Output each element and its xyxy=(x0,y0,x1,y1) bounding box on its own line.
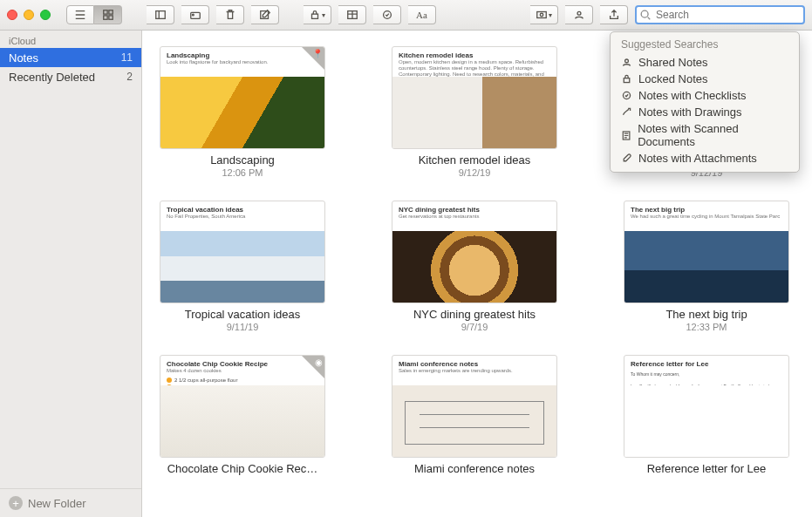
svg-rect-2 xyxy=(103,16,106,19)
share-button[interactable] xyxy=(600,5,628,24)
svg-rect-3 xyxy=(108,16,112,19)
svg-rect-16 xyxy=(624,78,630,83)
suggestion-label: Notes with Attachments xyxy=(638,152,757,165)
note-date: 12:06 PM xyxy=(160,167,325,178)
svg-rect-11 xyxy=(537,12,547,18)
note-title: Kitchen remodel ideas xyxy=(392,153,557,167)
thumb-subtitle: Look into flagstone for backyard renovat… xyxy=(160,59,324,68)
note-card[interactable]: Miami conference notesSales in emerging … xyxy=(392,355,557,475)
thumb-photo xyxy=(160,77,324,148)
format-button[interactable]: Aa xyxy=(408,5,436,24)
view-segmented-control xyxy=(66,5,122,24)
svg-point-14 xyxy=(641,10,648,17)
note-title: NYC dining greatest hits xyxy=(392,308,557,321)
attachments-button[interactable] xyxy=(181,5,209,24)
note-date: 12:33 PM xyxy=(624,322,789,332)
suggestion-item[interactable]: Notes with Scanned Documents xyxy=(611,120,799,150)
suggestion-item[interactable]: Locked Notes xyxy=(611,71,799,87)
new-note-button[interactable] xyxy=(251,5,279,24)
note-card[interactable]: Reference letter for LeeTo Whom it may c… xyxy=(624,355,789,475)
suggestion-icon xyxy=(621,153,632,164)
suggestion-label: Notes with Drawings xyxy=(638,105,742,119)
sidebar-item-notes[interactable]: Notes 11 xyxy=(0,48,141,67)
note-title: Reference letter for Lee xyxy=(624,462,789,475)
titlebar: ▾ Aa ▾ xyxy=(0,0,812,31)
thumb-photo xyxy=(392,385,556,457)
gallery-view-button[interactable] xyxy=(94,5,122,24)
suggestion-item[interactable]: Shared Notes xyxy=(611,54,799,71)
sidebar: iCloud Notes 11 Recently Deleted 2 + New… xyxy=(0,31,142,517)
list-view-button[interactable] xyxy=(66,5,94,24)
sidebar-item-recently-deleted[interactable]: Recently Deleted 2 xyxy=(0,67,141,86)
sidebar-item-count: 2 xyxy=(126,71,133,83)
collaborate-button[interactable] xyxy=(565,5,593,24)
note-card[interactable]: Chocolate Chip Cookie RecipeMakes 4 doze… xyxy=(160,355,325,475)
window-controls xyxy=(7,10,51,20)
thumb-subtitle: Get reservations at top restaurants xyxy=(392,214,556,222)
sidebar-section-header: iCloud xyxy=(0,31,141,48)
sidebar-item-label: Notes xyxy=(9,51,38,65)
zoom-window-button[interactable] xyxy=(40,10,51,20)
toggle-sidebar-button[interactable] xyxy=(147,5,174,24)
thumb-photo xyxy=(624,385,788,457)
thumb-subtitle: Makes 4 dozen cookies xyxy=(160,368,324,377)
thumb-title: Reference letter for Lee xyxy=(624,356,788,368)
suggestion-icon xyxy=(621,106,632,118)
thumb-photo xyxy=(624,231,788,303)
plus-icon: + xyxy=(9,496,23,510)
minimize-window-button[interactable] xyxy=(24,10,34,20)
suggestion-label: Notes with Scanned Documents xyxy=(638,122,788,148)
note-actions xyxy=(147,5,174,24)
svg-rect-8 xyxy=(312,14,318,18)
note-thumbnail: NYC dining greatest hitsGet reservations… xyxy=(392,201,557,303)
note-date: 9/12/19 xyxy=(392,167,557,178)
suggestion-icon xyxy=(621,57,632,68)
suggestion-icon xyxy=(621,90,632,101)
note-thumbnail: Chocolate Chip Cookie RecipeMakes 4 doze… xyxy=(160,355,325,458)
table-button[interactable] xyxy=(338,5,366,24)
thumb-photo xyxy=(392,77,556,148)
thumb-title: Tropical vacation ideas xyxy=(160,201,324,214)
suggestion-item[interactable]: Notes with Drawings xyxy=(611,104,799,120)
close-window-button[interactable] xyxy=(7,10,17,20)
search-input[interactable] xyxy=(635,5,805,24)
note-card[interactable]: Kitchen remodel ideasOpen, modern kitche… xyxy=(392,46,557,178)
thumb-title: Kitchen remodel ideas xyxy=(392,47,556,59)
svg-point-6 xyxy=(192,14,194,16)
thumb-title: Landscaping xyxy=(160,47,324,59)
new-folder-label: New Folder xyxy=(28,497,85,510)
thumb-subtitle: No Fail Properties, South America xyxy=(160,214,324,222)
thumb-title: Chocolate Chip Cookie Recipe xyxy=(160,356,324,368)
suggestion-item[interactable]: Notes with Attachments xyxy=(611,150,799,167)
thumb-subtitle: We had such a great time cycling in Moun… xyxy=(624,214,788,222)
note-card[interactable]: Tropical vacation ideasNo Fail Propertie… xyxy=(160,201,325,332)
suggestion-item[interactable]: Notes with Checklists xyxy=(611,87,799,104)
note-title: Tropical vacation ideas xyxy=(160,308,325,321)
note-card[interactable]: LandscapingLook into flagstone for backy… xyxy=(160,46,325,178)
media-button[interactable]: ▾ xyxy=(530,5,558,24)
note-card[interactable]: The next big tripWe had such a great tim… xyxy=(624,201,789,332)
new-folder-button[interactable]: + New Folder xyxy=(0,488,141,517)
delete-note-button[interactable] xyxy=(216,5,244,24)
thumb-photo xyxy=(160,231,324,303)
suggestion-label: Notes with Checklists xyxy=(638,89,747,102)
svg-point-12 xyxy=(540,13,543,17)
thumb-title: Miami conference notes xyxy=(392,356,556,368)
lock-button[interactable]: ▾ xyxy=(304,5,331,24)
note-title: Miami conference notes xyxy=(392,462,557,475)
thumb-title: NYC dining greatest hits xyxy=(392,201,556,214)
note-date: 9/7/19 xyxy=(392,322,557,332)
thumb-subtitle: Sales in emerging markets are trending u… xyxy=(392,368,556,377)
checklist-button[interactable] xyxy=(373,5,401,24)
sidebar-item-label: Recently Deleted xyxy=(9,71,95,84)
search-icon xyxy=(639,9,652,21)
note-thumbnail: Miami conference notesSales in emerging … xyxy=(392,355,557,458)
suggestion-label: Locked Notes xyxy=(638,72,708,85)
sidebar-item-count: 11 xyxy=(121,51,133,64)
note-title: The next big trip xyxy=(624,308,789,321)
thumb-title: The next big trip xyxy=(624,201,788,214)
note-card[interactable]: NYC dining greatest hitsGet reservations… xyxy=(392,201,557,332)
pin-icon: 📍 xyxy=(312,49,323,58)
suggestion-icon xyxy=(621,130,631,141)
search-field-wrap xyxy=(635,5,805,24)
